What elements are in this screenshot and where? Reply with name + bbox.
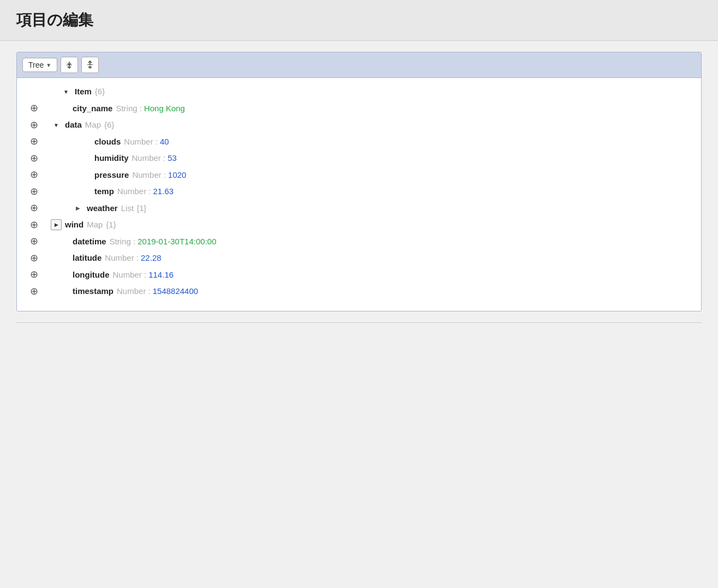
tree-row: ⊕ pressure Number : 1020: [17, 167, 701, 184]
timestamp-type: Number :: [117, 285, 151, 298]
tree-dropdown-button[interactable]: Tree ▼: [22, 58, 57, 72]
data-type: Map: [85, 119, 101, 131]
datetime-value: 2019-01-30T14:00:00: [137, 236, 216, 248]
wind-expand-button[interactable]: ▶: [51, 219, 62, 230]
latitude-type: Number :: [105, 252, 139, 265]
clouds-type: Number :: [124, 136, 158, 148]
weather-type: List: [121, 202, 134, 215]
tree-dropdown-label: Tree: [28, 61, 44, 69]
latitude-value: 22.28: [141, 252, 161, 265]
add-humidity-button[interactable]: ⊕: [28, 152, 40, 164]
wind-type: Map: [87, 219, 103, 231]
tree-row: ⊕ ▼ data Map {6}: [17, 117, 701, 134]
longitude-value: 114.16: [148, 269, 173, 281]
datetime-key: datetime: [73, 236, 106, 248]
page-header: 項目の編集: [0, 0, 718, 41]
tree-row: ⊕ latitude Number : 22.28: [17, 250, 701, 267]
expand-all-button[interactable]: [61, 57, 78, 73]
pressure-value: 1020: [168, 169, 186, 182]
weather-key: weather: [87, 202, 118, 215]
weather-expand-icon[interactable]: ▶: [73, 203, 83, 214]
city-name-key: city_name: [73, 103, 112, 115]
add-weather-button[interactable]: ⊕: [28, 202, 40, 214]
root-count: {6}: [95, 86, 105, 98]
root-key: Item: [75, 86, 92, 98]
tree-row: ⊕ longitude Number : 114.16: [17, 267, 701, 284]
root-expand-icon[interactable]: ▼: [61, 86, 71, 97]
tree-row: ⊕ humidity Number : 53: [17, 150, 701, 167]
tree-row: ⊕ ▶ weather List [1]: [17, 200, 701, 217]
humidity-key: humidity: [94, 152, 129, 165]
temp-type: Number :: [117, 185, 151, 198]
city-name-value: Hong Kong: [144, 103, 185, 115]
clouds-key: clouds: [94, 136, 121, 148]
chevron-down-icon: ▼: [46, 62, 51, 68]
temp-key: temp: [94, 185, 114, 198]
add-datetime-button[interactable]: ⊕: [28, 236, 40, 248]
collapse-all-icon: [86, 61, 94, 69]
add-latitude-button[interactable]: ⊕: [28, 252, 40, 264]
tree-row: ⊕ clouds Number : 40: [17, 134, 701, 151]
tree-row: ⊕ temp Number : 21.63: [17, 183, 701, 200]
longitude-key: longitude: [73, 269, 110, 281]
tree-row: ⊕ ▶ wind Map {1}: [17, 217, 701, 233]
tree-row-root: ▼ Item {6}: [17, 83, 701, 100]
tree-row: ⊕ timestamp Number : 1548824400: [17, 283, 701, 300]
main-content: Tree ▼: [0, 41, 718, 334]
tree-toolbar: Tree ▼: [17, 52, 701, 78]
temp-value: 21.63: [153, 185, 174, 198]
add-longitude-button[interactable]: ⊕: [28, 269, 40, 281]
humidity-value: 53: [167, 152, 177, 165]
tree-body: ▼ Item {6} ⊕ city_name String : Hong Kon…: [17, 78, 701, 311]
datetime-type: String :: [110, 236, 136, 248]
latitude-key: latitude: [73, 252, 101, 265]
humidity-type: Number :: [132, 152, 166, 165]
add-wind-button[interactable]: ⊕: [28, 219, 40, 231]
wind-key: wind: [65, 219, 83, 231]
tree-row: ⊕ datetime String : 2019-01-30T14:00:00: [17, 233, 701, 250]
tree-row: ⊕ city_name String : Hong Kong: [17, 100, 701, 117]
add-clouds-button[interactable]: ⊕: [28, 136, 40, 148]
wind-count: {1}: [106, 219, 116, 231]
pressure-type: Number :: [132, 169, 166, 182]
data-expand-icon[interactable]: ▼: [51, 119, 62, 130]
tree-panel: Tree ▼: [16, 52, 702, 311]
add-temp-button[interactable]: ⊕: [28, 185, 40, 197]
longitude-type: Number :: [113, 269, 147, 281]
data-count: {6}: [104, 119, 114, 131]
clouds-value: 40: [160, 136, 169, 148]
collapse-all-button[interactable]: [81, 57, 99, 73]
expand-all-icon: [65, 61, 74, 69]
timestamp-key: timestamp: [73, 285, 113, 298]
add-pressure-button[interactable]: ⊕: [28, 169, 40, 181]
bottom-divider: [16, 322, 702, 323]
city-name-type: String :: [116, 103, 142, 115]
weather-count: [1]: [137, 202, 146, 215]
pressure-key: pressure: [94, 169, 129, 182]
timestamp-value: 1548824400: [153, 285, 198, 298]
add-timestamp-button[interactable]: ⊕: [28, 285, 40, 297]
add-data-button[interactable]: ⊕: [28, 119, 40, 131]
add-city-name-button[interactable]: ⊕: [28, 103, 40, 115]
page-title: 項目の編集: [16, 10, 702, 31]
data-key: data: [65, 119, 82, 131]
